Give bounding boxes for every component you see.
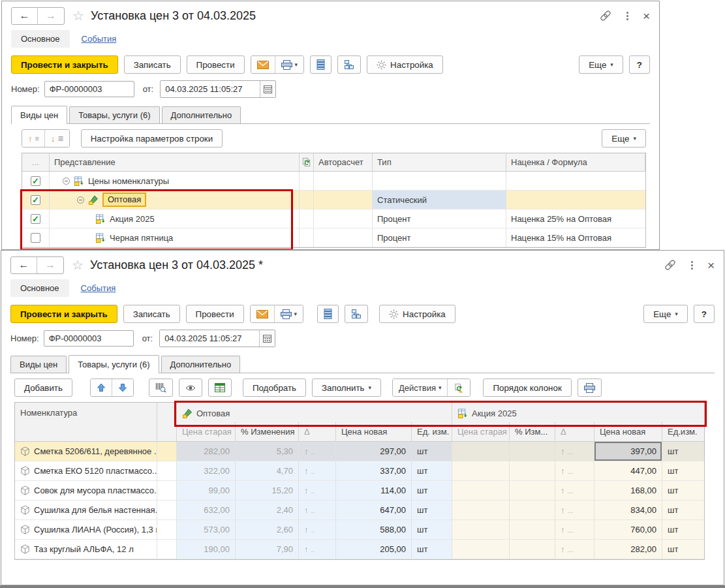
nav-item-main[interactable]: Основное — [10, 279, 69, 297]
back-button[interactable]: ← — [11, 257, 37, 273]
promo-delta-cell[interactable]: ↑... — [555, 481, 594, 501]
old-price-cell[interactable]: 99,00 — [177, 481, 236, 501]
delta-cell[interactable]: ↑.. — [299, 461, 336, 481]
post-button[interactable]: Провести — [186, 305, 244, 323]
promo-delta-cell[interactable]: ↑... — [555, 520, 594, 540]
tab-goods-services[interactable]: Товары, услуги (6) — [69, 355, 159, 373]
new-price-cell[interactable]: 588,00 — [336, 520, 412, 540]
promo-old-price-cell[interactable] — [452, 501, 510, 520]
nav-link-events[interactable]: События — [82, 30, 117, 48]
link-icon[interactable] — [664, 260, 677, 270]
row-parameters-button[interactable]: Настройка параметров строки — [81, 129, 223, 147]
barcode-scan-button[interactable] — [149, 379, 173, 397]
promo-new-price-cell[interactable]: 397,00 — [594, 442, 662, 461]
structure-button[interactable] — [337, 55, 361, 74]
fill-table-button[interactable] — [208, 379, 232, 397]
new-price-cell[interactable]: 337,00 — [336, 461, 412, 481]
number-input[interactable] — [44, 81, 134, 97]
tree-collapse-icon[interactable] — [77, 196, 84, 204]
more-menu-icon[interactable] — [626, 12, 628, 20]
nav-item-main[interactable]: Основное — [11, 30, 70, 48]
back-button[interactable]: ← — [12, 8, 38, 24]
more-menu-icon[interactable] — [691, 261, 693, 270]
promo-pct-cell[interactable] — [510, 520, 555, 540]
sort-descending-button[interactable]: ↓≣ — [44, 130, 69, 147]
old-price-cell[interactable]: 282,00 — [177, 442, 236, 461]
promo-unit-cell[interactable]: шт — [662, 520, 704, 540]
promo-unit-cell[interactable]: шт — [662, 540, 704, 559]
settings-button[interactable]: Настройка — [379, 305, 455, 323]
fill-dropdown-button[interactable]: Заполнить▾ — [312, 379, 381, 397]
checkbox-checked[interactable]: ✓ — [31, 176, 40, 186]
move-up-button[interactable] — [91, 379, 112, 396]
pct-change-cell[interactable]: 15,20 — [236, 481, 299, 501]
price-kind-row-promo[interactable]: ✓ Акция 2025 Процент Наценка 25% на Опто… — [22, 209, 645, 228]
unit-cell[interactable]: шт — [412, 540, 452, 559]
promo-unit-cell[interactable]: шт — [662, 442, 704, 461]
close-icon[interactable]: × — [707, 259, 715, 271]
promo-old-price-cell[interactable] — [452, 481, 510, 501]
goods-row-name[interactable]: Сушилка для белья настенная... — [15, 501, 157, 520]
old-price-cell[interactable]: 573,00 — [177, 520, 236, 540]
unit-cell[interactable]: шт — [412, 520, 452, 540]
goods-row-name[interactable]: Таз круглый АЛЬФА, 12 л — [15, 540, 157, 559]
move-down-button[interactable] — [112, 379, 133, 396]
delta-cell[interactable]: ↑.. — [299, 501, 336, 520]
pct-change-cell[interactable]: 5,30 — [236, 442, 299, 461]
promo-old-price-cell[interactable] — [452, 442, 510, 461]
delta-cell[interactable]: ↑.. — [299, 481, 336, 501]
column-order-button[interactable]: Порядок колонок — [483, 379, 571, 397]
print-button[interactable]: ▾ — [275, 56, 304, 73]
print-button[interactable]: ▾ — [274, 305, 303, 322]
new-price-cell[interactable]: 114,00 — [336, 481, 412, 501]
promo-unit-cell[interactable]: шт — [662, 461, 704, 481]
current-cell-type[interactable]: Статический — [373, 191, 506, 209]
promo-old-price-cell[interactable] — [452, 520, 510, 540]
nav-link-events[interactable]: События — [81, 279, 116, 297]
old-price-cell[interactable]: 632,00 — [177, 501, 236, 520]
price-kind-row-blackfriday[interactable]: Черная пятница Процент Наценка 15% на Оп… — [22, 228, 645, 247]
calendar-icon[interactable] — [260, 81, 275, 97]
goods-row-name[interactable]: Сметка 5206/611, деревянное ... — [15, 442, 157, 461]
add-button[interactable]: Добавить — [14, 379, 72, 397]
promo-delta-cell[interactable]: ↑... — [555, 461, 594, 481]
pct-change-cell[interactable]: 7,90 — [236, 540, 299, 559]
promo-old-price-cell[interactable] — [452, 461, 510, 481]
recalc-prices-button[interactable] — [447, 379, 470, 396]
tab-price-kinds[interactable]: Виды цен — [11, 106, 67, 124]
visibility-eye-button[interactable] — [179, 379, 202, 397]
tab-price-kinds[interactable]: Виды цен — [10, 356, 67, 373]
tab-additional[interactable]: Дополнительно — [162, 106, 241, 123]
promo-delta-cell[interactable]: ↑... — [555, 501, 594, 520]
delta-cell[interactable]: ↑.. — [299, 442, 336, 461]
new-price-cell[interactable]: 297,00 — [336, 442, 412, 461]
reports-button[interactable] — [317, 305, 339, 323]
pct-change-cell[interactable]: 2,60 — [236, 520, 299, 540]
tree-collapse-icon[interactable] — [63, 178, 70, 185]
promo-delta-cell[interactable]: ↑... — [555, 442, 594, 461]
checkbox-checked[interactable]: ✓ — [31, 214, 40, 224]
delta-cell[interactable]: ↑.. — [299, 520, 336, 540]
calendar-icon[interactable] — [259, 330, 275, 347]
email-button[interactable] — [251, 305, 274, 322]
close-icon[interactable]: × — [643, 10, 650, 22]
promo-new-price-cell[interactable]: 834,00 — [594, 501, 662, 520]
help-button[interactable]: ? — [629, 55, 650, 74]
print-table-button[interactable] — [578, 379, 602, 397]
price-kind-row-wholesale[interactable]: ✓ Оптовая Статический — [22, 191, 645, 209]
more-button[interactable]: Еще▾ — [643, 305, 688, 323]
goods-row-name[interactable]: Сметка ЕКО 5120 пластмассо... — [15, 461, 157, 481]
number-input[interactable] — [44, 330, 134, 347]
post-and-close-button[interactable]: Провести и закрыть — [11, 55, 118, 74]
new-price-cell[interactable]: 205,00 — [336, 540, 412, 559]
price-kind-row-root[interactable]: ✓ Цены номенклатуры — [22, 172, 645, 191]
promo-new-price-cell[interactable]: 760,00 — [594, 520, 662, 540]
unit-cell[interactable]: шт — [412, 501, 452, 520]
checkbox-checked[interactable]: ✓ — [31, 195, 40, 205]
old-price-cell[interactable]: 190,00 — [177, 540, 236, 559]
promo-old-price-cell[interactable] — [452, 540, 510, 559]
date-input[interactable] — [160, 330, 259, 347]
promo-pct-cell[interactable] — [510, 461, 555, 481]
structure-button[interactable] — [345, 305, 368, 323]
save-button[interactable]: Записать — [123, 305, 180, 323]
